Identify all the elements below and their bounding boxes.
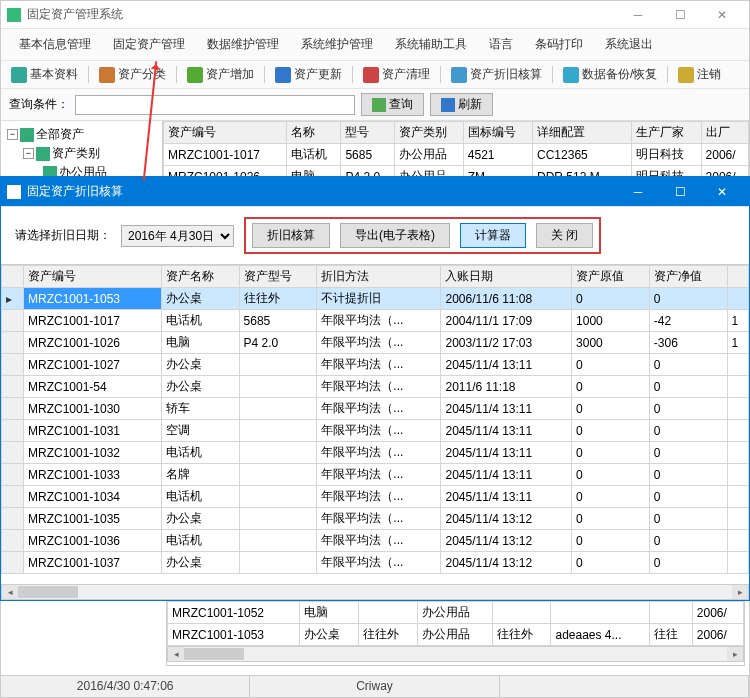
col-header[interactable]: 型号 [341,122,394,144]
folder-icon [36,147,50,161]
tb-add[interactable]: 资产增加 [181,64,260,85]
child-minimize-button[interactable]: ─ [617,178,659,206]
table-row[interactable]: MRZC1001-1034电话机年限平均法（...2045/11/4 13:11… [2,486,749,508]
tb-clean[interactable]: 资产清理 [357,64,436,85]
menu-basic-info[interactable]: 基本信息管理 [9,33,101,56]
depreciation-window: 固定资产折旧核算 ─ ☐ ✕ 请选择折旧日期： 2016年 4月30日 折旧核算… [0,176,750,601]
backup-icon [563,67,579,83]
export-button[interactable]: 导出(电子表格) [340,223,450,248]
statusbar: 2016/4/30 0:47:06 Criway [1,675,749,697]
refresh-icon [441,98,455,112]
table-row[interactable]: MRZC1001-1030轿车年限平均法（...2045/11/4 13:110… [2,398,749,420]
maximize-button[interactable]: ☐ [659,1,701,29]
child-close-button[interactable]: ✕ [701,178,743,206]
tb-category[interactable]: 资产分类 [93,64,172,85]
col-header[interactable]: 名称 [286,122,341,144]
depreciation-grid[interactable]: 资产编号资产名称资产型号折旧方法入账日期资产原值资产净值MRZC1001-105… [1,264,749,584]
col-header[interactable]: 资产型号 [239,266,317,288]
table-row[interactable]: MRZC1001-54办公桌年限平均法（...2011/6 11:1800 [2,376,749,398]
status-time: 2016/4/30 0:47:06 [1,676,250,697]
col-header[interactable] [727,266,748,288]
searchbar: 查询条件： 查询 刷新 [1,89,749,121]
collapse-icon[interactable]: − [7,129,18,140]
col-header[interactable]: 生产厂家 [632,122,701,144]
tree-category[interactable]: −资产类别 [3,144,160,163]
col-header[interactable]: 入账日期 [441,266,572,288]
basic-icon [11,67,27,83]
col-header[interactable]: 国标编号 [463,122,532,144]
table-row[interactable]: MRZC1001-1037办公桌年限平均法（...2045/11/4 13:12… [2,552,749,574]
child-app-icon [7,185,21,199]
minimize-button[interactable]: ─ [617,1,659,29]
table-row[interactable]: MRZC1001-1027办公桌年限平均法（...2045/11/4 13:11… [2,354,749,376]
col-header[interactable]: 详细配置 [533,122,632,144]
close-button[interactable]: ✕ [701,1,743,29]
table-row[interactable]: MRZC1001-1036电话机年限平均法（...2045/11/4 13:12… [2,530,749,552]
add-icon [187,67,203,83]
table-row[interactable]: MRZC1001-1032电话机年限平均法（...2045/11/4 13:11… [2,442,749,464]
depreciation-icon [451,67,467,83]
h-scrollbar[interactable]: ◂▸ [167,646,744,662]
table-row[interactable]: MRZC1001-1026电脑P4 2.0年限平均法（...2003/11/2 … [2,332,749,354]
menu-barcode[interactable]: 条码打印 [525,33,593,56]
close-dialog-button[interactable]: 关 闭 [536,223,593,248]
date-picker[interactable]: 2016年 4月30日 [121,225,234,247]
search-label: 查询条件： [9,96,69,113]
child-title: 固定资产折旧核算 [27,183,617,200]
category-icon [99,67,115,83]
table-row[interactable]: MRZC1001-1031空调年限平均法（...2045/11/4 13:110… [2,420,749,442]
col-header[interactable]: 出厂 [701,122,748,144]
tb-update[interactable]: 资产更新 [269,64,348,85]
col-header[interactable]: 资产编号 [24,266,162,288]
col-header[interactable]: 资产类别 [394,122,463,144]
search-input[interactable] [75,95,355,115]
main-title: 固定资产管理系统 [27,6,617,23]
child-h-scrollbar[interactable]: ◂▸ [1,584,749,600]
tb-depreciation[interactable]: 资产折旧核算 [445,64,548,85]
menu-sys-tools[interactable]: 系统辅助工具 [385,33,477,56]
table-row[interactable]: MRZC1001-1053办公桌往往外办公用品往往外adeaaes 4...往往… [168,624,744,646]
col-header[interactable]: 资产原值 [572,266,650,288]
col-header[interactable]: 资产名称 [161,266,239,288]
tb-backup[interactable]: 数据备份/恢复 [557,64,663,85]
table-row[interactable]: MRZC1001-1017电话机5685年限平均法（...2004/11/1 1… [2,310,749,332]
menu-data-maint[interactable]: 数据维护管理 [197,33,289,56]
highlighted-button-group: 折旧核算 导出(电子表格) 计算器 关 闭 [244,217,601,254]
refresh-button[interactable]: 刷新 [430,93,493,116]
tb-basic[interactable]: 基本资料 [5,64,84,85]
status-empty [500,676,749,697]
folder-icon [20,128,34,142]
query-button[interactable]: 查询 [361,93,424,116]
table-row[interactable]: MRZC1001-1052电脑办公用品2006/ [168,602,744,624]
calculator-button[interactable]: 计算器 [460,223,526,248]
table-row[interactable]: MRZC1001-1033名牌年限平均法（...2045/11/4 13:110… [2,464,749,486]
collapse-icon[interactable]: − [23,148,34,159]
status-company: Criway [250,676,499,697]
child-maximize-button[interactable]: ☐ [659,178,701,206]
date-label: 请选择折旧日期： [15,227,111,244]
search-icon [372,98,386,112]
table-row[interactable]: MRZC1001-1053办公桌往往外不计提折旧2006/11/6 11:080… [2,288,749,310]
table-row[interactable]: MRZC1001-1017电话机5685办公用品4521CC12365明日科技2… [164,144,749,166]
col-header[interactable]: 资产净值 [649,266,727,288]
menubar: 基本信息管理 固定资产管理 数据维护管理 系统维护管理 系统辅助工具 语言 条码… [1,29,749,61]
col-header[interactable]: 折旧方法 [317,266,441,288]
toolbar: 基本资料 资产分类 资产增加 资产更新 资产清理 资产折旧核算 数据备份/恢复 … [1,61,749,89]
menu-language[interactable]: 语言 [479,33,523,56]
app-icon [7,8,21,22]
calc-depreciation-button[interactable]: 折旧核算 [252,223,330,248]
clean-icon [363,67,379,83]
tb-logout[interactable]: 注销 [672,64,727,85]
menu-sys-maint[interactable]: 系统维护管理 [291,33,383,56]
update-icon [275,67,291,83]
main-titlebar: 固定资产管理系统 ─ ☐ ✕ [1,1,749,29]
tree-root[interactable]: −全部资产 [3,125,160,144]
menu-asset-mgmt[interactable]: 固定资产管理 [103,33,195,56]
table-row[interactable]: MRZC1001-1035办公桌年限平均法（...2045/11/4 13:12… [2,508,749,530]
col-header[interactable]: 资产编号 [164,122,287,144]
logout-icon [678,67,694,83]
menu-exit[interactable]: 系统退出 [595,33,663,56]
